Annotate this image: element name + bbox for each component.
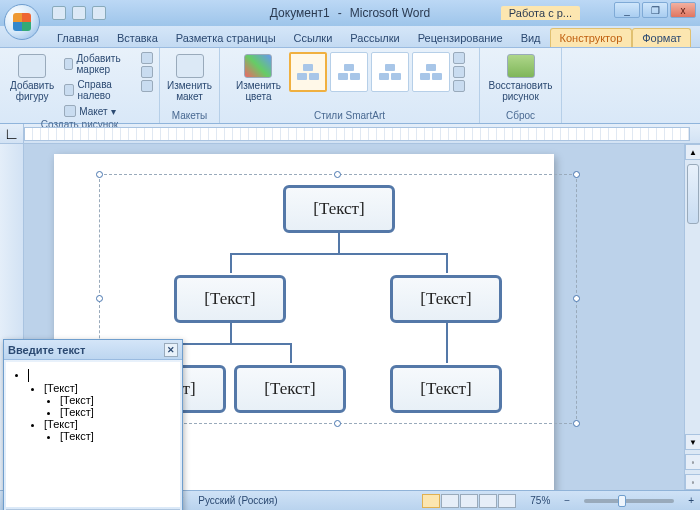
tab-review[interactable]: Рецензирование — [409, 29, 512, 47]
resize-handle[interactable] — [573, 420, 580, 427]
reset-icon — [507, 54, 535, 78]
list-item[interactable]: [Текст] — [60, 394, 174, 406]
scroll-down-icon[interactable]: ▼ — [685, 434, 700, 450]
tab-page-layout[interactable]: Разметка страницы — [167, 29, 285, 47]
hierarchy-node[interactable]: [Текст] — [390, 275, 502, 323]
rtl-button[interactable]: Справа налево — [62, 78, 137, 102]
scroll-up-icon[interactable]: ▲ — [685, 144, 700, 160]
undo-icon[interactable] — [72, 6, 86, 20]
add-bullet-button[interactable]: Добавить маркер — [62, 52, 137, 76]
resize-handle[interactable] — [573, 171, 580, 178]
view-buttons — [422, 494, 516, 508]
tab-design[interactable]: Конструктор — [550, 28, 633, 47]
demote-icon[interactable] — [141, 66, 153, 78]
gallery-up-icon[interactable] — [453, 52, 465, 64]
hierarchy-node[interactable]: [Текст] — [174, 275, 286, 323]
zoom-thumb[interactable] — [618, 495, 626, 507]
layout-dropdown[interactable]: Макет ▾ — [62, 104, 137, 118]
save-icon[interactable] — [52, 6, 66, 20]
group-reset: Восстановить рисунок Сброс — [480, 48, 562, 123]
draft-view[interactable] — [498, 494, 516, 508]
connector — [290, 343, 292, 363]
contextual-tab-label: Работа с р... — [501, 6, 580, 20]
minimize-button[interactable]: _ — [614, 2, 640, 18]
connector — [230, 253, 448, 255]
promote-icon[interactable] — [141, 52, 153, 64]
maximize-button[interactable]: ❐ — [642, 2, 668, 18]
layout-icon — [64, 105, 76, 117]
list-item[interactable]: [Текст] — [44, 418, 174, 430]
web-layout-view[interactable] — [460, 494, 478, 508]
hierarchy-node[interactable]: [Текст] — [283, 185, 395, 233]
list-item[interactable]: [Текст] — [60, 406, 174, 418]
group-smartart-styles: Изменить цвета Стили SmartArt — [220, 48, 480, 123]
document-title: Документ1 — [270, 6, 330, 20]
rtl-icon — [64, 84, 74, 96]
resize-handle[interactable] — [96, 171, 103, 178]
tab-references[interactable]: Ссылки — [285, 29, 342, 47]
connector — [230, 253, 232, 273]
horizontal-ruler[interactable] — [24, 127, 690, 141]
hierarchy-node[interactable]: [Текст] — [234, 365, 346, 413]
ribbon-tabs: Главная Вставка Разметка страницы Ссылки… — [0, 26, 700, 48]
connector — [230, 323, 232, 343]
outline-view[interactable] — [479, 494, 497, 508]
smartart-text-pane: Введите текст ✕ [Текст] [Текст] [Текст] … — [3, 339, 183, 510]
style-option[interactable] — [330, 52, 368, 92]
quick-access-toolbar — [52, 6, 106, 20]
connector — [338, 233, 340, 253]
style-option[interactable] — [371, 52, 409, 92]
add-shape-button[interactable]: Добавить фигуру — [6, 52, 58, 104]
style-option[interactable] — [412, 52, 450, 92]
group-label: Макеты — [166, 109, 213, 121]
add-shape-icon — [18, 54, 46, 78]
change-colors-button[interactable]: Изменить цвета — [232, 52, 285, 104]
close-button[interactable]: x — [670, 2, 696, 18]
textpane-icon[interactable] — [141, 80, 153, 92]
prev-page-icon[interactable]: ◦ — [685, 454, 700, 470]
connector — [446, 253, 448, 273]
bullet-icon — [64, 58, 73, 70]
zoom-in-button[interactable]: + — [688, 495, 694, 506]
redo-icon[interactable] — [92, 6, 106, 20]
zoom-slider[interactable] — [584, 499, 674, 503]
resize-handle[interactable] — [96, 295, 103, 302]
resize-handle[interactable] — [573, 295, 580, 302]
group-create-graphic: Добавить фигуру Добавить маркер Справа н… — [0, 48, 160, 123]
resize-handle[interactable] — [334, 420, 341, 427]
tab-view[interactable]: Вид — [512, 29, 550, 47]
gallery-more-icon[interactable] — [453, 80, 465, 92]
change-colors-icon — [244, 54, 272, 78]
close-icon[interactable]: ✕ — [164, 343, 178, 357]
style-option[interactable] — [289, 52, 327, 92]
vertical-scrollbar[interactable]: ▲ ▼ ◦ ◦ — [684, 144, 700, 490]
list-item[interactable]: [Текст] — [44, 382, 174, 394]
hierarchy-node[interactable]: [Текст] — [390, 365, 502, 413]
zoom-out-button[interactable]: − — [564, 495, 570, 506]
text-pane-body[interactable]: [Текст] [Текст] [Текст] [Текст] [Текст] — [6, 362, 180, 507]
language-indicator[interactable]: Русский (Россия) — [198, 495, 277, 506]
group-label: Сброс — [486, 109, 555, 121]
app-title: Microsoft Word — [350, 6, 430, 20]
resize-handle[interactable] — [334, 171, 341, 178]
scroll-thumb[interactable] — [687, 164, 699, 224]
tab-format[interactable]: Формат — [632, 28, 691, 47]
change-layout-button[interactable]: Изменить макет — [163, 52, 216, 104]
ribbon: Добавить фигуру Добавить маркер Справа н… — [0, 48, 700, 124]
tab-insert[interactable]: Вставка — [108, 29, 167, 47]
gallery-down-icon[interactable] — [453, 66, 465, 78]
print-layout-view[interactable] — [422, 494, 440, 508]
tab-home[interactable]: Главная — [48, 29, 108, 47]
tab-mailings[interactable]: Рассылки — [341, 29, 408, 47]
full-screen-view[interactable] — [441, 494, 459, 508]
list-item[interactable]: [Текст] [Текст] [Текст] [Текст] [Текст] — [28, 368, 174, 442]
document-area: [Текст] [Текст] [Текст] [Текст] [Текст] … — [0, 144, 700, 490]
reset-graphic-button[interactable]: Восстановить рисунок — [484, 52, 556, 104]
zoom-level[interactable]: 75% — [530, 495, 550, 506]
text-pane-header[interactable]: Введите текст ✕ — [4, 340, 182, 360]
next-page-icon[interactable]: ◦ — [685, 474, 700, 490]
tab-selector[interactable]: ∟ — [0, 124, 24, 143]
office-button[interactable] — [4, 4, 40, 40]
text-pane-title: Введите текст — [8, 344, 85, 356]
list-item[interactable]: [Текст] — [60, 430, 174, 442]
